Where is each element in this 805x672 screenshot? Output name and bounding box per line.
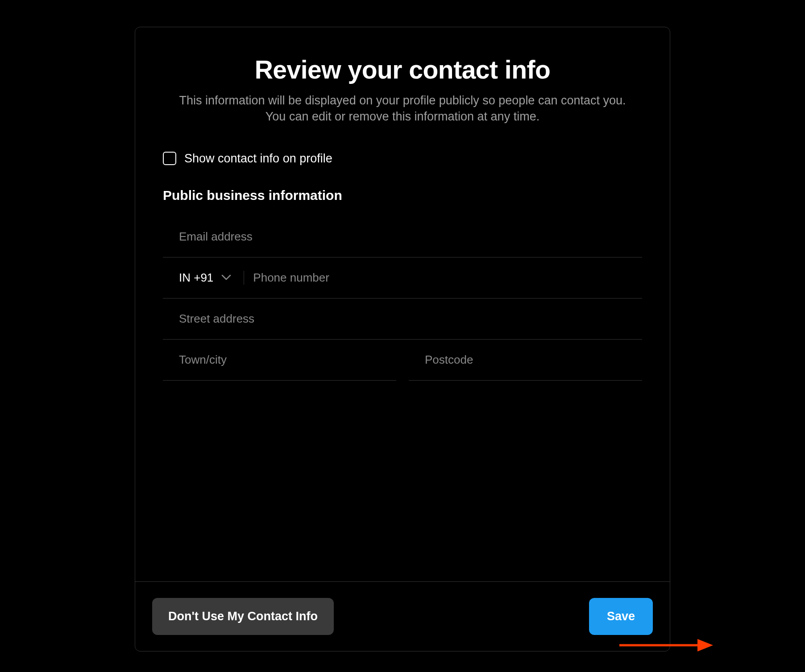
phone-field-row: IN +91: [163, 257, 642, 299]
dont-use-contact-button[interactable]: Don't Use My Contact Info: [152, 598, 334, 635]
town-field[interactable]: [163, 340, 396, 380]
street-field[interactable]: [163, 299, 642, 339]
review-contact-modal: Review your contact info This informatio…: [135, 27, 670, 651]
save-button[interactable]: Save: [589, 598, 653, 635]
email-field[interactable]: [163, 216, 642, 257]
show-contact-row[interactable]: Show contact info on profile: [163, 152, 642, 166]
country-code-label: IN +91: [179, 271, 213, 285]
town-postcode-row: [163, 340, 642, 381]
chevron-down-icon: [221, 274, 231, 281]
page-subtitle: This information will be displayed on yo…: [163, 92, 642, 125]
svg-marker-1: [697, 639, 713, 651]
email-field-row: [163, 216, 642, 257]
modal-footer: Don't Use My Contact Info Save: [135, 581, 670, 651]
street-field-row: [163, 299, 642, 340]
country-code-select[interactable]: IN +91: [163, 271, 244, 285]
section-title-public-business-info: Public business information: [163, 188, 642, 203]
postcode-field-row: [409, 340, 642, 381]
show-contact-checkbox[interactable]: [163, 152, 176, 165]
show-contact-label: Show contact info on profile: [184, 152, 332, 166]
phone-field[interactable]: [244, 257, 642, 298]
town-field-row: [163, 340, 396, 381]
modal-body: Review your contact info This informatio…: [135, 27, 670, 581]
postcode-field[interactable]: [409, 340, 642, 380]
page-title: Review your contact info: [163, 55, 642, 84]
